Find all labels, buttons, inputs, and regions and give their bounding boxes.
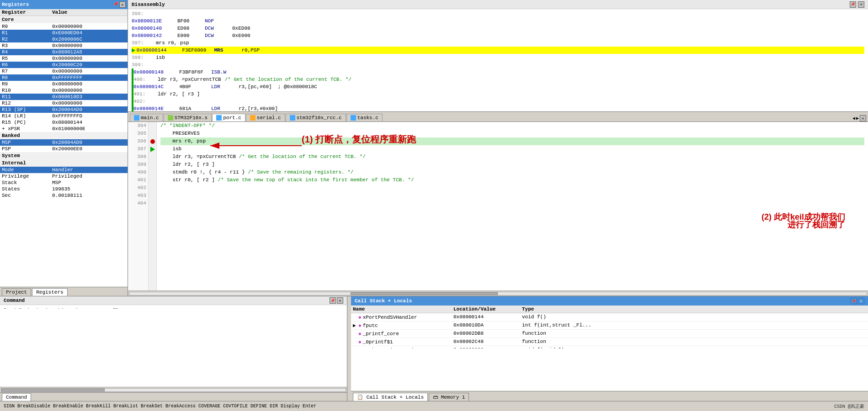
editor-tabs-list: main.c STM32F10x.s port.c serial.c xyxy=(130,114,383,121)
reg-row-r9[interactable]: R90x00000000 xyxy=(0,81,128,87)
disasm-line: 398:isb xyxy=(132,54,864,61)
command-close-button[interactable]: ✕ xyxy=(337,297,343,304)
command-scroll-track[interactable] xyxy=(1,388,346,392)
code-line-398: isb xyxy=(160,145,864,153)
disasm-line: 401:ldr r2, [ r3 ] xyxy=(132,90,864,98)
editor-close-button[interactable]: ✕ xyxy=(860,115,866,121)
reg-row-r12[interactable]: R120x00000000 xyxy=(0,100,128,106)
tab-call-stack-locals[interactable]: 📋 Call Stack + Locals xyxy=(353,393,428,401)
cs-col-type: Type xyxy=(522,306,866,312)
line-num-395: 395 xyxy=(130,130,146,137)
current-line-arrow xyxy=(150,147,155,152)
cs-row-1[interactable]: ▶◆fputc 0x080010DA int f(int,struct _Fl.… xyxy=(351,321,868,330)
reg-row-r7[interactable]: R70x00000000 xyxy=(0,68,128,74)
line-num-399: 399 xyxy=(130,161,146,169)
reg-row-r2[interactable]: R20x2000006C xyxy=(0,36,128,42)
tab-serial-c[interactable]: serial.c xyxy=(246,114,285,121)
command-titlebar: Command 📌 ✕ xyxy=(0,296,347,305)
status-commands: SIGN BreakDisable BreakEnable BreakKill … xyxy=(4,404,832,409)
disasm-pin-button[interactable]: 📌 xyxy=(850,1,856,8)
reg-row-r14[interactable]: R14 (LR)0xFFFFFFFD xyxy=(0,113,128,119)
disasm-line: 400:ldr r3, =pxCurrentTCB/* Get the loca… xyxy=(132,76,864,83)
command-scroll-thumb[interactable] xyxy=(1,389,105,391)
gutter-402 xyxy=(149,184,156,192)
gutter-398 xyxy=(149,153,156,161)
cs-row-3[interactable]: ◆_0printf$1 0x08002C48 function xyxy=(351,338,868,346)
cs-expand-1[interactable]: ▶ xyxy=(353,322,358,328)
scroll-thumb[interactable] xyxy=(351,292,498,295)
cs-row-2[interactable]: ◆_printf_core 0x08002DB8 function xyxy=(351,330,868,338)
tab-port-c[interactable]: port.c xyxy=(212,114,245,121)
gutter-403 xyxy=(149,192,156,200)
tab-icon-serial xyxy=(250,115,256,121)
tab-registers[interactable]: Registers xyxy=(32,288,67,296)
breakpoint-396 xyxy=(150,139,155,144)
command-scrollbar[interactable] xyxy=(0,387,347,392)
reg-row-xpsr[interactable]: + xPSR0x61000000E xyxy=(0,126,128,132)
line-num-396: 396 xyxy=(130,137,146,145)
registers-panel: Registers 📌 ✕ Register Value Core R00x00… xyxy=(0,0,128,296)
tab-main-c[interactable]: main.c xyxy=(130,114,163,121)
reg-row-privilege[interactable]: PrivilegePrivileged xyxy=(0,173,128,179)
disasm-line: 0x08000140ED08DCW0xED08 xyxy=(132,25,864,32)
tab-icon-port xyxy=(216,115,222,121)
command-tabs: Command xyxy=(0,392,347,401)
disasm-line: 0x0800013EBF00NOP xyxy=(132,17,864,25)
tab-scroll-left[interactable]: ◀ xyxy=(852,116,855,121)
reg-row-r6[interactable]: R60x20000C20 xyxy=(0,62,128,68)
reg-row-states[interactable]: States199835 xyxy=(0,186,128,192)
reg-row-stack[interactable]: StackMSP xyxy=(0,179,128,186)
tab-stm32-s[interactable]: STM32F10x.s xyxy=(164,114,212,121)
line-num-394: 394 xyxy=(130,122,146,130)
tab-command[interactable]: Command xyxy=(2,393,31,401)
command-title: Command xyxy=(4,298,25,303)
reg-row-r3[interactable]: R30x00000000 xyxy=(0,42,128,49)
reg-row-sec[interactable]: Sec0.00188111 xyxy=(0,192,128,199)
reg-section-core: Core xyxy=(0,16,128,23)
gutter-401 xyxy=(149,176,156,184)
registers-title: Registers xyxy=(2,2,29,7)
reg-row-r10[interactable]: R100x00000000 xyxy=(0,87,128,94)
tab-icon-main xyxy=(134,115,139,121)
reg-row-mode[interactable]: ModeHandler xyxy=(0,167,128,173)
reg-row-r0[interactable]: R00x00000000 xyxy=(0,23,128,30)
disasm-line: 402: xyxy=(132,98,864,105)
line-num-402: 402 xyxy=(130,184,146,192)
editor-scrollbar[interactable] xyxy=(128,290,868,296)
disasm-close-button[interactable]: ✕ xyxy=(858,1,864,8)
gutter-395 xyxy=(149,130,156,137)
command-content: load "..\..\..\..Objects\RTOSDemo.axf" \… xyxy=(0,305,347,309)
editor-gutter xyxy=(149,122,157,290)
workspace: Registers 📌 ✕ Register Value Core R00x00… xyxy=(0,0,868,296)
callstack-close-button[interactable]: ✕ xyxy=(858,298,864,304)
reg-col-value: Value xyxy=(52,10,126,15)
registers-table: Register Value Core R00x00000000 R10xE00… xyxy=(0,9,128,287)
reg-row-r11[interactable]: R110x080010D3 xyxy=(0,94,128,100)
reg-row-r13[interactable]: R13 (SP)0x20004AD0 xyxy=(0,106,128,113)
pin-icon[interactable]: 📌 xyxy=(113,1,118,8)
disassembly-content: 396: 0x0800013EBF00NOP 0x08000140ED08DCW… xyxy=(128,9,868,111)
tab-label-rcc: stm32f10x_rcc.c xyxy=(297,115,342,121)
tab-scroll-right[interactable]: ▶ xyxy=(856,116,859,121)
command-pin-button[interactable]: 📌 xyxy=(330,297,336,304)
callstack-title: Call Stack + Locals xyxy=(355,298,412,304)
cs-row-0[interactable]: ◆xPortPendSVHandler 0x08000144 void f() xyxy=(351,313,868,321)
tab-project[interactable]: Project xyxy=(2,288,31,296)
close-registers-button[interactable]: ✕ xyxy=(119,1,126,8)
reg-row-msp[interactable]: MSP0x20004AD0 xyxy=(0,139,128,146)
callstack-pin-button[interactable]: 📌 xyxy=(851,298,857,304)
tab-stm32rcc-c[interactable]: stm32f10x_rcc.c xyxy=(286,114,346,121)
reg-row-psp[interactable]: PSP0x20000EE0 xyxy=(0,146,128,152)
callstack-panel: Call Stack + Locals 📌 ✕ Name Location/Va… xyxy=(351,296,868,401)
reg-row-r4[interactable]: R40x080012A5 xyxy=(0,49,128,55)
tab-tasks-c[interactable]: tasks.c xyxy=(346,114,383,121)
reg-row-r8[interactable]: R80xFFFFFFFF xyxy=(0,74,128,81)
reg-row-r1[interactable]: R10xE000ED04 xyxy=(0,30,128,36)
tab-memory-1[interactable]: 🗃 Memory 1 xyxy=(429,393,469,401)
reg-row-r5[interactable]: R50x00000000 xyxy=(0,55,128,62)
reg-section-internal: Internal xyxy=(0,159,128,167)
reg-row-r15[interactable]: R15 (PC)0x08000144 xyxy=(0,119,128,126)
line-numbers: 394 395 396 397 398 399 400 401 402 403 … xyxy=(128,122,149,290)
scroll-track[interactable] xyxy=(129,292,867,295)
tab-label-stm32: STM32F10x.s xyxy=(175,115,208,121)
